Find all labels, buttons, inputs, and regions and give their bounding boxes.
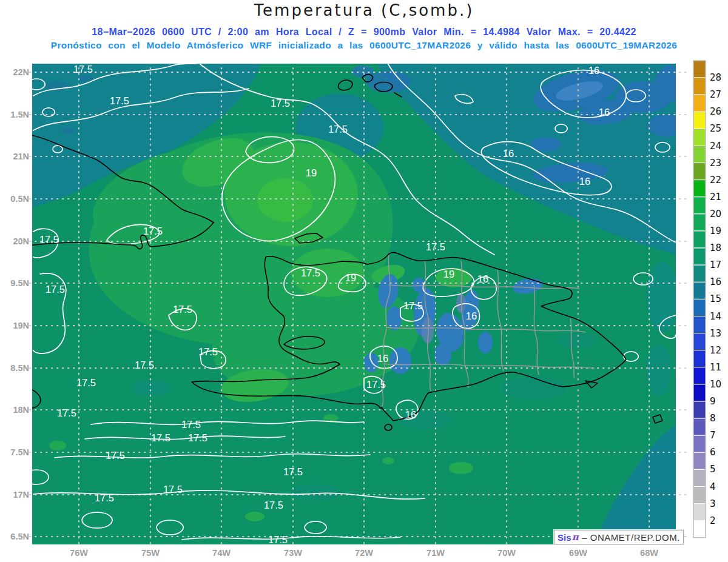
contour-label: 17.5 [301, 267, 320, 278]
contour-label: 17.5 [328, 124, 348, 135]
weather-map-canvas: 17.517.517.517.5161619161617.517.517.517… [0, 0, 728, 562]
x-axis-labels: 76W75W74W73W72W71W70W69W68W [70, 548, 658, 558]
colorbar-cell [693, 61, 706, 78]
contour-label: 17.5 [173, 304, 192, 315]
colorbar-cell [693, 163, 706, 180]
colorbar-tick-label: 19 [710, 226, 721, 236]
contour-label: 17.5 [426, 241, 445, 252]
colorbar-tick-label: 7 [710, 430, 716, 441]
colorbar-tick-label: 25 [710, 123, 721, 134]
y-axis-label: 9.5N [10, 278, 29, 288]
contour-label: 16 [477, 273, 488, 284]
contour-label: 17.5 [403, 300, 423, 311]
contour-label: 17.5 [366, 379, 386, 390]
contour-label: 17.5 [110, 95, 129, 106]
colorbar-cell [693, 333, 706, 350]
x-axis-label: 70W [497, 548, 516, 558]
y-axis-label: 18N [13, 405, 29, 415]
watermark-rest-text: – ONAMET/REP.DOM. [582, 532, 680, 543]
colorbar-tick-label: 20 [710, 209, 721, 219]
colorbar-tick-label: 6 [710, 447, 716, 458]
colorbar-cell [693, 112, 706, 129]
contour-label: 17.5 [39, 234, 59, 245]
colorbar-cell [693, 435, 706, 452]
colorbar-tick-label: 11 [710, 362, 721, 373]
contour-label: 16 [599, 107, 610, 118]
colorbar-cell [693, 487, 706, 504]
colorbar-tick-label: 27 [710, 89, 721, 100]
watermark-sis-text: Sis [558, 532, 571, 543]
x-axis-label: 74W [212, 548, 231, 558]
colorbar-tick-label: 13 [710, 328, 721, 339]
x-axis-label: 68W [640, 548, 658, 558]
colorbar-tick-label: 5 [710, 464, 716, 475]
colorbar-cell [693, 78, 706, 95]
colorbar-cell [693, 350, 706, 367]
contour-label: 19 [345, 272, 356, 283]
colorbar-tick-label: 21 [710, 192, 721, 202]
colorbar-cell [693, 367, 706, 384]
colorbar-tick-label: 3 [710, 498, 716, 509]
contour-label: 17.5 [283, 466, 303, 477]
contour-label: 17.5 [143, 226, 163, 236]
colorbar-tick-label: 4 [710, 481, 716, 492]
colorbar-cell [693, 316, 706, 333]
y-axis-label: 21N [13, 152, 29, 161]
x-axis-label: 75W [141, 548, 160, 558]
x-axis-label: 71W [426, 548, 445, 558]
colorbar-cell [693, 299, 706, 316]
y-axis-label: 17N [13, 490, 29, 500]
colorbar-tick-label: 26 [710, 106, 721, 117]
colorbar-cell [693, 231, 706, 248]
temperature-field [32, 62, 687, 544]
contour-label: 17.5 [188, 432, 207, 443]
colorbar-cell [693, 129, 706, 146]
contour-label: 19 [443, 269, 454, 279]
contour-label: 17.5 [76, 377, 96, 388]
colorbar-cell [693, 282, 706, 299]
x-axis-label: 76W [70, 548, 88, 558]
contour-label: 17.5 [57, 407, 76, 418]
y-axis-label: 20N [13, 236, 29, 246]
contour-label: 17.5 [198, 346, 218, 357]
contour-label: 16 [377, 353, 388, 364]
y-axis-label: 22N [13, 67, 29, 77]
contour-label: 17.5 [181, 419, 201, 430]
watermark-box: Sisπ – ONAMET/REP.DOM. [554, 530, 684, 544]
contour-label: 17.5 [73, 64, 93, 75]
colorbar-tick-label: 16 [710, 276, 721, 287]
y-axis-label: 7.5N [10, 447, 29, 457]
colorbar-tick-label: 24 [710, 141, 721, 152]
colorbar-cell [693, 146, 706, 163]
colorbar-cell [693, 95, 706, 112]
colorbar-tick-label: 15 [710, 293, 721, 304]
contour-label: 17.5 [271, 98, 290, 109]
contour-label: 17.5 [135, 360, 154, 370]
y-axis-label: 0.5N [10, 194, 29, 204]
colorbar-cell [693, 214, 706, 231]
colorbar-tick-label: 2 [710, 515, 716, 526]
contour-label: 17.5 [264, 500, 283, 510]
y-axis-labels: 22N1.5N21N0.5N20N9.5N19N8.5N18N7.5N17N6.… [10, 67, 29, 541]
colorbar-tick-label: 9 [710, 396, 716, 407]
contour-label: 17.5 [268, 534, 288, 545]
contour-label: 17.5 [151, 432, 170, 443]
colorbar-cell [693, 452, 706, 469]
colorbar-tick-label: 8 [710, 413, 716, 424]
contour-label: 17.5 [106, 450, 125, 461]
colorbar-tick-label: 12 [710, 345, 721, 356]
colorbar: 2827262524232221201918171615141312111098… [693, 61, 721, 538]
colorbar-tick-label: 28 [710, 72, 721, 83]
colorbar-cell [693, 384, 706, 401]
colorbar-cell [693, 469, 706, 486]
colorbar-cell [693, 265, 706, 282]
contour-label: 16 [405, 409, 416, 420]
colorbar-tick-label: 14 [710, 311, 721, 322]
y-axis-label: 8.5N [10, 363, 29, 373]
y-axis-label: 19N [13, 321, 29, 330]
colorbar-cell [693, 401, 706, 418]
colorbar-tick-label: 22 [710, 175, 721, 186]
contour-label: 17.5 [163, 484, 183, 495]
colorbar-tick-label: 18 [710, 243, 721, 253]
colorbar-cell [693, 197, 706, 214]
